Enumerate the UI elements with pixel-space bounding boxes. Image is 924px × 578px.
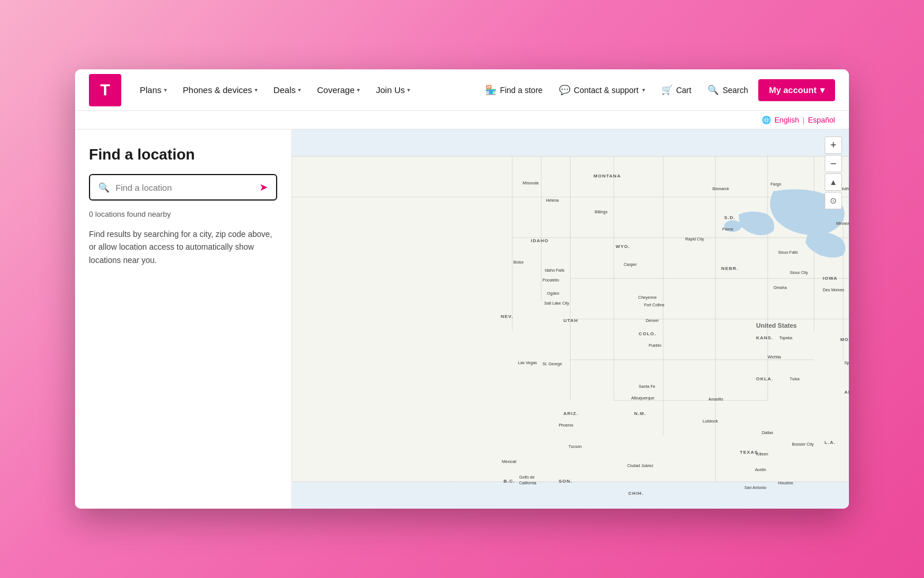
svg-text:N.M.: N.M. [634, 411, 646, 416]
svg-text:Golfo de: Golfo de [519, 475, 535, 479]
header-right-actions: 🏪 Find a store 💬 Contact & support ▾ 🛒 C… [479, 79, 835, 101]
nav-phones-devices[interactable]: Phones & devices ▾ [176, 80, 264, 99]
svg-text:Missoula: Missoula [523, 181, 539, 185]
nav-join-us[interactable]: Join Us ▾ [369, 80, 417, 99]
find-store-button[interactable]: 🏪 Find a store [479, 80, 549, 100]
svg-text:SON.: SON. [558, 479, 572, 484]
svg-text:B.C.: B.C. [504, 479, 515, 484]
svg-text:S.D.: S.D. [724, 215, 736, 220]
svg-text:CHIH.: CHIH. [628, 491, 644, 496]
svg-text:Amarillo: Amarillo [709, 397, 723, 401]
results-count: 0 locations found nearby [89, 210, 277, 218]
globe-icon: 🌐 [762, 116, 771, 124]
compass-icon: ▲ [829, 178, 837, 186]
svg-text:San Antonio: San Antonio [744, 486, 766, 490]
svg-text:Albuquerque: Albuquerque [631, 396, 654, 401]
svg-text:KANS.: KANS. [756, 335, 773, 340]
svg-text:Pierre: Pierre [722, 227, 733, 231]
svg-text:Boise: Boise [513, 261, 524, 265]
locate-icon: ⊙ [830, 197, 837, 205]
language-bar: 🌐 English | Español [75, 111, 849, 129]
svg-text:Lubbock: Lubbock [703, 419, 718, 423]
svg-text:Casper: Casper [624, 262, 637, 267]
svg-text:NEBR.: NEBR. [721, 266, 739, 271]
joinus-chevron-icon: ▾ [407, 87, 410, 93]
page-title: Find a location [89, 146, 277, 164]
help-text: Find results by searching for a city, zi… [89, 228, 277, 266]
svg-text:Wichita: Wichita [767, 355, 781, 359]
map-container[interactable]: .map-bg { fill: #dce8f0; } .land { fill:… [292, 129, 849, 509]
english-link[interactable]: English [774, 116, 799, 124]
svg-text:Santa Fe: Santa Fe [639, 384, 655, 388]
support-chevron-icon: ▾ [642, 87, 645, 93]
browser-window: T Plans ▾ Phones & devices ▾ Deals ▾ Cov… [75, 69, 849, 509]
svg-text:Las Vegas: Las Vegas [518, 361, 537, 365]
location-search-box: 🔍 ➤ [89, 174, 277, 201]
svg-text:St. George: St. George [542, 362, 562, 366]
location-search-input[interactable] [116, 183, 254, 192]
svg-text:TEXAS: TEXAS [740, 450, 758, 455]
compass-button[interactable]: ▲ [825, 173, 842, 191]
svg-text:Tulsa: Tulsa [789, 377, 799, 381]
svg-text:Ciudad Juárez: Ciudad Juárez [627, 464, 654, 468]
svg-text:Phoenix: Phoenix [558, 423, 573, 427]
svg-text:Dallas: Dallas [762, 431, 773, 435]
header: T Plans ▾ Phones & devices ▾ Deals ▾ Cov… [75, 69, 849, 111]
svg-text:Pueblo: Pueblo [649, 343, 661, 347]
svg-text:Austin: Austin [755, 468, 766, 472]
logo[interactable]: T [89, 74, 121, 106]
svg-text:Mexicali: Mexicali [502, 460, 517, 464]
svg-text:ARIZ.: ARIZ. [563, 411, 578, 416]
svg-text:Ogden: Ogden [547, 291, 559, 296]
nav-plans[interactable]: Plans ▾ [133, 80, 174, 99]
svg-text:IDAHO: IDAHO [531, 238, 549, 243]
svg-text:Sioux Falls: Sioux Falls [778, 250, 798, 254]
svg-text:Bossier City: Bossier City [792, 442, 814, 447]
svg-text:MONTANA: MONTANA [594, 173, 621, 179]
svg-text:L.A.: L.A. [825, 440, 836, 445]
svg-text:Fargo: Fargo [770, 182, 781, 187]
zoom-in-button[interactable]: + [825, 136, 842, 154]
cart-button[interactable]: 🛒 Cart [655, 80, 697, 100]
svg-text:Tucson: Tucson [568, 444, 582, 449]
svg-text:United States: United States [756, 322, 797, 329]
svg-text:Minneapolis: Minneapolis [836, 221, 849, 226]
svg-text:Salt Lake City: Salt Lake City [544, 301, 569, 306]
chat-icon: 💬 [559, 84, 571, 95]
contact-support-button[interactable]: 💬 Contact & support ▾ [553, 80, 651, 100]
locate-button[interactable]: ⊙ [825, 192, 842, 209]
plans-chevron-icon: ▾ [164, 87, 167, 93]
main-nav: Plans ▾ Phones & devices ▾ Deals ▾ Cover… [133, 80, 479, 99]
svg-text:Springfield: Springfield [844, 361, 849, 365]
search-icon: 🔍 [707, 84, 719, 95]
svg-text:ARK.: ARK. [844, 390, 849, 395]
store-icon: 🏪 [485, 84, 497, 95]
svg-text:Billings: Billings [595, 210, 608, 214]
svg-text:WYO.: WYO. [616, 244, 630, 249]
espanol-link[interactable]: Español [808, 116, 835, 124]
svg-text:Cheyenne: Cheyenne [638, 295, 657, 300]
svg-text:UTAH: UTAH [563, 318, 578, 323]
location-arrow-icon[interactable]: ➤ [259, 181, 268, 194]
svg-text:MO.: MO. [840, 337, 849, 342]
svg-text:Houston: Houston [778, 481, 793, 485]
svg-text:Omaha: Omaha [773, 286, 787, 290]
phones-chevron-icon: ▾ [255, 87, 258, 93]
my-account-button[interactable]: My account ▾ [758, 79, 835, 101]
sidebar: Find a location 🔍 ➤ 0 locations found ne… [75, 129, 292, 509]
search-button[interactable]: 🔍 Search [702, 80, 754, 100]
svg-text:California: California [519, 481, 536, 485]
deals-chevron-icon: ▾ [298, 87, 301, 93]
svg-text:Rapid City: Rapid City [685, 237, 705, 242]
svg-text:NEV.: NEV. [501, 314, 513, 319]
svg-text:OKLA.: OKLA. [756, 376, 773, 381]
nav-coverage[interactable]: Coverage ▾ [310, 80, 367, 99]
svg-text:IOWA: IOWA [823, 276, 837, 281]
svg-text:Topeka: Topeka [779, 336, 792, 340]
cart-icon: 🛒 [661, 84, 673, 95]
svg-text:COLO.: COLO. [639, 331, 656, 336]
zoom-out-button[interactable]: − [825, 155, 842, 172]
nav-deals[interactable]: Deals ▾ [267, 80, 308, 99]
svg-text:Des Moines: Des Moines [823, 288, 845, 292]
coverage-chevron-icon: ▾ [357, 87, 360, 93]
